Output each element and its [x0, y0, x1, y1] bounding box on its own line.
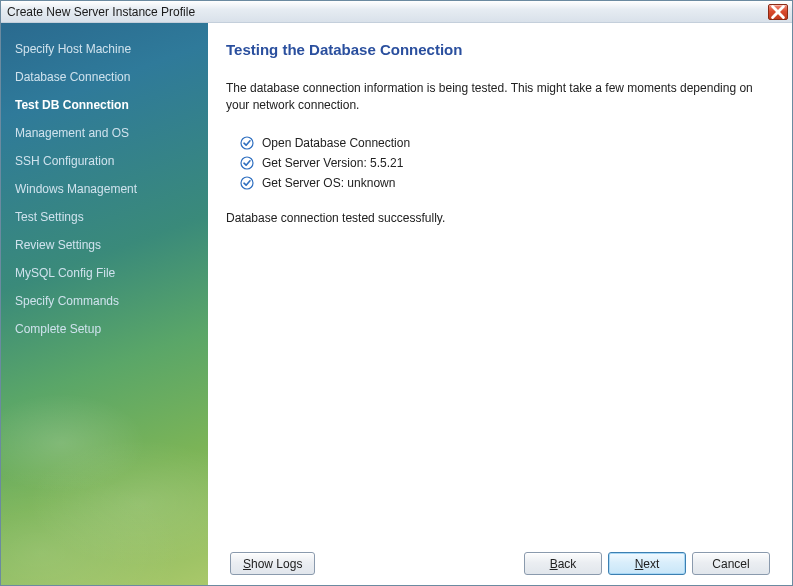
check-label: Get Server OS: unknown	[262, 176, 395, 190]
page-heading: Testing the Database Connection	[226, 41, 778, 58]
step-test-settings: Test Settings	[1, 203, 208, 231]
check-label: Get Server Version: 5.5.21	[262, 156, 403, 170]
check-row: Open Database Connection	[240, 133, 778, 153]
test-checks-list: Open Database Connection Get Server Vers…	[240, 133, 778, 193]
check-row: Get Server Version: 5.5.21	[240, 153, 778, 173]
window-title: Create New Server Instance Profile	[7, 5, 768, 19]
check-label: Open Database Connection	[262, 136, 410, 150]
dialog-window: Create New Server Instance Profile Speci…	[0, 0, 793, 586]
main-panel: Testing the Database Connection The data…	[208, 23, 792, 585]
step-ssh-configuration: SSH Configuration	[1, 147, 208, 175]
check-success-icon	[240, 156, 254, 170]
check-success-icon	[240, 136, 254, 150]
step-management-and-os: Management and OS	[1, 119, 208, 147]
cancel-button[interactable]: Cancel	[692, 552, 770, 575]
dialog-footer: Show Logs Back Next Cancel	[222, 544, 778, 585]
titlebar: Create New Server Instance Profile	[1, 1, 792, 23]
show-logs-button[interactable]: Show Logs	[230, 552, 315, 575]
step-specify-commands: Specify Commands	[1, 287, 208, 315]
dialog-body: Specify Host Machine Database Connection…	[1, 23, 792, 585]
wizard-steps-sidebar: Specify Host Machine Database Connection…	[1, 23, 208, 585]
step-test-db-connection: Test DB Connection	[1, 91, 208, 119]
step-windows-management: Windows Management	[1, 175, 208, 203]
step-review-settings: Review Settings	[1, 231, 208, 259]
close-icon[interactable]	[768, 4, 788, 20]
step-database-connection: Database Connection	[1, 63, 208, 91]
back-button[interactable]: Back	[524, 552, 602, 575]
spacer	[222, 225, 778, 544]
step-specify-host-machine: Specify Host Machine	[1, 35, 208, 63]
step-mysql-config-file: MySQL Config File	[1, 259, 208, 287]
page-description: The database connection information is b…	[226, 80, 774, 115]
check-success-icon	[240, 176, 254, 190]
check-row: Get Server OS: unknown	[240, 173, 778, 193]
test-result-text: Database connection tested successfully.	[226, 211, 778, 225]
next-button[interactable]: Next	[608, 552, 686, 575]
step-complete-setup: Complete Setup	[1, 315, 208, 343]
